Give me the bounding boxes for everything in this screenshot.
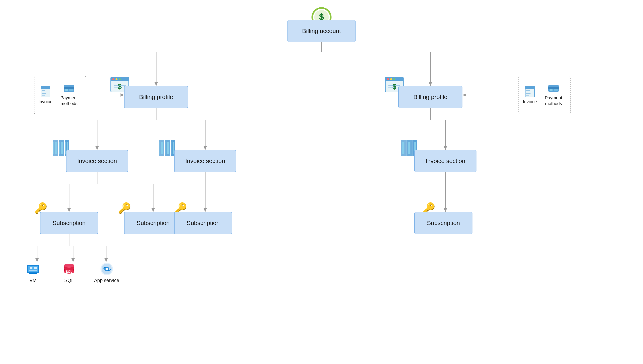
connector-lines — [0, 0, 643, 364]
svg-rect-114 — [42, 92, 44, 92]
svg-rect-68 — [61, 142, 62, 154]
svg-rect-125 — [526, 93, 530, 94]
svg-rect-112 — [41, 86, 50, 89]
svg-rect-79 — [167, 142, 168, 154]
invoice-right-item: Invoice — [523, 86, 537, 104]
subscription-4-node: Subscription — [414, 212, 472, 234]
svg-point-48 — [112, 78, 114, 80]
svg-marker-13 — [204, 146, 207, 150]
svg-marker-35 — [72, 258, 75, 262]
svg-point-57 — [390, 78, 392, 80]
svg-rect-52 — [114, 84, 126, 86]
svg-point-105 — [64, 264, 74, 268]
svg-rect-99 — [34, 267, 37, 268]
svg-rect-124 — [526, 92, 528, 92]
svg-rect-86 — [403, 142, 404, 154]
svg-marker-17 — [444, 146, 447, 150]
svg-rect-113 — [42, 90, 45, 91]
svg-point-58 — [393, 78, 395, 80]
svg-rect-74 — [160, 142, 160, 154]
svg-rect-98 — [30, 267, 33, 268]
invoice-section-r-label: Invoice section — [426, 158, 465, 164]
svg-rect-119 — [65, 90, 68, 90]
svg-marker-28 — [444, 208, 447, 212]
svg-rect-116 — [42, 95, 45, 96]
svg-rect-89 — [408, 142, 409, 154]
billing-account-node: Billing account — [287, 20, 356, 42]
appservice-label: App service — [94, 278, 119, 284]
subscription-2-label: Subscription — [137, 220, 170, 226]
svg-marker-10 — [96, 146, 99, 150]
svg-marker-38 — [105, 258, 108, 262]
svg-rect-64 — [55, 142, 56, 154]
svg-rect-65 — [56, 142, 57, 154]
svg-marker-21 — [68, 208, 71, 212]
svg-marker-32 — [36, 258, 39, 262]
appservice-resource: App service — [94, 262, 119, 284]
svg-point-49 — [116, 78, 118, 80]
svg-rect-129 — [549, 90, 553, 90]
svg-rect-122 — [525, 86, 534, 89]
svg-rect-87 — [405, 142, 405, 154]
svg-rect-128 — [548, 86, 559, 88]
subscription-4-label: Subscription — [427, 220, 460, 226]
svg-marker-24 — [152, 208, 155, 212]
svg-rect-123 — [526, 90, 530, 91]
invoice-section-ll-node: Invoice section — [66, 150, 128, 172]
billing-account-label: Billing account — [302, 28, 341, 34]
svg-rect-61 — [388, 87, 396, 88]
subscription-2-node: Subscription — [124, 212, 182, 234]
svg-point-50 — [119, 78, 121, 80]
side-box-left: Invoice Payment methods — [34, 76, 86, 114]
svg-text:$: $ — [118, 82, 122, 90]
payment-methods-left-label: Payment methods — [57, 95, 82, 106]
svg-rect-76 — [162, 142, 163, 154]
svg-rect-63 — [54, 142, 54, 154]
invoice-right-label: Invoice — [523, 99, 537, 104]
svg-rect-126 — [526, 95, 529, 96]
svg-rect-130 — [553, 90, 558, 90]
svg-point-56 — [387, 78, 389, 80]
svg-rect-90 — [409, 142, 410, 154]
invoice-section-ll-label: Invoice section — [77, 158, 117, 164]
sql-resource: SQL SQL — [62, 262, 76, 283]
svg-rect-80 — [168, 142, 169, 154]
subscription-3-label: Subscription — [187, 220, 220, 226]
sql-label: SQL — [64, 278, 74, 283]
svg-marker-6 — [429, 82, 432, 86]
invoice-left-label: Invoice — [39, 99, 53, 104]
svg-rect-53 — [114, 87, 122, 88]
payment-methods-right-item: Payment methods — [541, 84, 566, 106]
svg-rect-96 — [28, 266, 38, 272]
invoice-section-lm-label: Invoice section — [185, 158, 225, 164]
svg-rect-83 — [173, 142, 174, 154]
svg-text:SQL: SQL — [66, 270, 73, 274]
svg-rect-78 — [166, 142, 166, 154]
svg-rect-120 — [69, 90, 74, 90]
subscription-1-node: Subscription — [40, 212, 98, 234]
invoice-left-item: Invoice — [39, 86, 53, 104]
payment-methods-left-item: Payment methods — [57, 84, 82, 106]
svg-rect-91 — [411, 142, 411, 154]
billing-profile-right-node: Billing profile — [398, 86, 462, 108]
svg-rect-115 — [42, 93, 46, 94]
payment-methods-right-label: Payment methods — [541, 95, 566, 106]
svg-text:$: $ — [392, 82, 396, 90]
invoice-section-r-node: Invoice section — [414, 150, 476, 172]
svg-marker-3 — [155, 82, 158, 86]
vm-label: VM — [30, 278, 37, 283]
subscription-3-node: Subscription — [174, 212, 232, 234]
invoice-section-lm-node: Invoice section — [174, 150, 236, 172]
vm-resource: VM — [26, 262, 40, 283]
svg-rect-75 — [161, 142, 162, 154]
svg-marker-42 — [462, 94, 466, 96]
billing-profile-right-label: Billing profile — [413, 94, 447, 100]
svg-rect-118 — [64, 86, 74, 88]
svg-rect-85 — [402, 142, 403, 154]
billing-profile-left-node: Billing profile — [124, 86, 188, 108]
svg-marker-26 — [204, 208, 207, 212]
subscription-1-label: Subscription — [53, 220, 86, 226]
side-box-right: Invoice Payment methods — [518, 76, 570, 114]
svg-rect-97 — [29, 273, 37, 274]
invoice-section-lm-icon — [158, 139, 176, 157]
